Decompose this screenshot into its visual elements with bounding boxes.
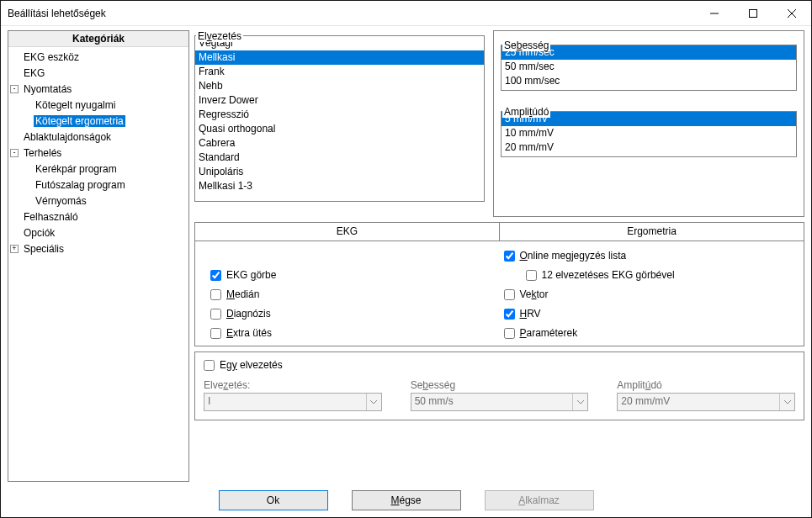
single-lead-amp: Amplitúdó 20 mm/mV (617, 379, 795, 411)
list-item[interactable]: 50 mm/sec (502, 60, 796, 74)
amplitude-listbox[interactable]: 5 mm/mV10 mm/mV20 mm/mV (501, 111, 797, 157)
list-item[interactable]: Standard (195, 151, 484, 165)
dialog-buttons: Ok Mégse Alkalmaz (8, 482, 804, 510)
minimize-icon (710, 9, 719, 18)
tab-ekg[interactable]: EKG (195, 223, 499, 241)
tree-item[interactable]: Felhasználó (10, 209, 187, 225)
right-column: Elvezetés VégtagiMellkasiFrankNehbInverz… (194, 30, 804, 482)
tree-item-label: Kerékpár program (34, 163, 119, 175)
tree-item[interactable]: Kötegelt nyugalmi (10, 97, 187, 113)
maximize-button[interactable] (734, 1, 772, 26)
tree-item[interactable]: Kötegelt ergometria (10, 113, 187, 129)
tree-item-label: EKG (22, 67, 46, 79)
single-lead-amp-combo[interactable]: 20 mm/mV (617, 393, 795, 411)
check-ekg-curve[interactable]: EKG görbe (210, 269, 496, 281)
tree-body[interactable]: EKG eszközEKG-NyomtatásKötegelt nyugalmi… (8, 47, 188, 481)
tree-item[interactable]: EKG (10, 65, 187, 81)
tree-item[interactable]: Futószalag program (10, 177, 187, 193)
check-online-notes[interactable]: Online megjegyzés lista (504, 250, 789, 262)
tree-item-label: Felhasználó (22, 211, 80, 223)
check-median-label: Medián (226, 288, 259, 300)
amplitude-legend: Amplitúdó (502, 106, 550, 118)
tree-item[interactable]: Vérnyomás (10, 193, 187, 209)
category-tree: Kategóriák EKG eszközEKG-NyomtatásKötege… (8, 30, 189, 482)
tree-item[interactable]: -Nyomtatás (10, 81, 187, 97)
tree-item[interactable]: EKG eszköz (10, 49, 187, 65)
check-vector-label: Vektor (520, 288, 549, 300)
leads-legend: Elvezetés (196, 30, 243, 42)
main-row: Kategóriák EKG eszközEKG-NyomtatásKötege… (8, 30, 804, 482)
check-extra-beat[interactable]: Extra ütés (210, 327, 496, 339)
check-hrv-label: HRV (520, 308, 541, 320)
check-parameters-label: Paraméterek (520, 327, 578, 339)
tree-item-label: Opciók (22, 227, 56, 239)
maximize-icon (749, 9, 757, 18)
check-extra-beat-label: Extra ütés (226, 327, 272, 339)
speed-amp-panel: Sebesség 25 mm/sec50 mm/sec100 mm/sec Am… (493, 30, 804, 217)
report-options-panel: EKG Ergometria Online megjegyzés lista E… (194, 222, 804, 346)
speed-listbox[interactable]: 25 mm/sec50 mm/sec100 mm/sec (501, 45, 797, 91)
list-item[interactable]: Regresszió (195, 108, 484, 122)
leads-group: Elvezetés VégtagiMellkasiFrankNehbInverz… (194, 30, 485, 217)
tree-expand-icon[interactable]: + (10, 245, 19, 253)
svg-rect-1 (750, 9, 757, 17)
list-item[interactable]: Mellkasi 1-3 (195, 179, 484, 193)
check-vector[interactable]: Vektor (504, 288, 789, 300)
check-parameters[interactable]: Paraméterek (504, 327, 789, 339)
titlebar: Beállítási lehetőségek (1, 1, 811, 26)
tree-item[interactable]: Ablaktulajdonságok (10, 129, 187, 145)
tree-item[interactable]: +Speciális (10, 240, 187, 256)
window-title: Beállítási lehetőségek (8, 8, 695, 19)
apply-button[interactable]: Alkalmaz (485, 490, 594, 510)
single-lead-amp-label: Amplitúdó (617, 379, 795, 391)
single-lead-row: Elvezetés: I Sebesség 50 mm/s (204, 379, 795, 411)
check-hrv[interactable]: HRV (504, 308, 789, 320)
list-item[interactable]: 100 mm/sec (502, 74, 796, 88)
check-median[interactable]: Medián (210, 288, 496, 300)
tree-item-label: Futószalag program (34, 179, 127, 191)
check-12-lead-curve-label: 12 elvezetéses EKG görbével (542, 269, 675, 281)
single-lead-speed: Sebesség 50 mm/s (411, 379, 589, 411)
list-item[interactable]: Frank (195, 65, 484, 79)
close-button[interactable] (772, 1, 811, 26)
tree-item[interactable]: Kerékpár program (10, 161, 187, 177)
tab-ergometria[interactable]: Ergometria (499, 223, 804, 241)
tree-item[interactable]: Opciók (10, 225, 187, 240)
tree-item-label: Terhelés (22, 147, 63, 159)
list-item[interactable]: Unipoláris (195, 165, 484, 179)
speed-group: Sebesség 25 mm/sec50 mm/sec100 mm/sec (501, 40, 797, 91)
single-lead-lead-combo[interactable]: I (204, 393, 382, 411)
list-item[interactable]: 20 mm/mV (502, 140, 796, 155)
list-item[interactable]: Nehb (195, 79, 484, 93)
leads-listbox[interactable]: VégtagiMellkasiFrankNehbInverz DowerRegr… (194, 35, 485, 202)
settings-window: Beállítási lehetőségek Kategóriák EKG es… (0, 0, 812, 518)
single-lead-lead-value: I (204, 394, 366, 410)
tree-item-label: Ablaktulajdonságok (22, 131, 113, 143)
check-single-lead[interactable]: Egy elvezetés (204, 359, 795, 371)
chevron-down-icon (572, 394, 587, 410)
tree-item-label: Speciális (22, 243, 66, 255)
check-single-lead-label: Egy elvezetés (220, 359, 283, 371)
check-diagnosis[interactable]: Diagnózis (210, 308, 496, 320)
tree-collapse-icon[interactable]: - (10, 85, 19, 93)
check-12-lead-curve[interactable]: 12 elvezetéses EKG görbével (504, 269, 789, 281)
ok-button[interactable]: Ok (219, 490, 328, 510)
list-item[interactable]: Cabrera (195, 136, 484, 151)
list-item[interactable]: 10 mm/mV (502, 126, 796, 140)
check-diagnosis-label: Diagnózis (226, 308, 271, 320)
tree-item-label: Nyomtatás (22, 83, 73, 95)
tree-item[interactable]: -Terhelés (10, 145, 187, 161)
list-item[interactable]: Inverz Dower (195, 93, 484, 108)
check-ekg-curve-label: EKG görbe (226, 269, 276, 281)
check-online-notes-label: Online megjegyzés lista (520, 250, 627, 262)
client-area: Kategóriák EKG eszközEKG-NyomtatásKötege… (1, 26, 811, 517)
tree-collapse-icon[interactable]: - (10, 149, 19, 157)
tree-header: Kategóriák (8, 31, 188, 47)
single-lead-panel: Egy elvezetés Elvezetés: I Sebesség (194, 352, 804, 420)
cancel-button[interactable]: Mégse (352, 490, 461, 510)
list-item[interactable]: Mellkasi (195, 50, 484, 65)
single-lead-speed-combo[interactable]: 50 mm/s (411, 393, 589, 411)
minimize-button[interactable] (695, 1, 734, 26)
list-item[interactable]: Quasi orthogonal (195, 122, 484, 136)
tree-item-label: Kötegelt nyugalmi (34, 99, 117, 111)
